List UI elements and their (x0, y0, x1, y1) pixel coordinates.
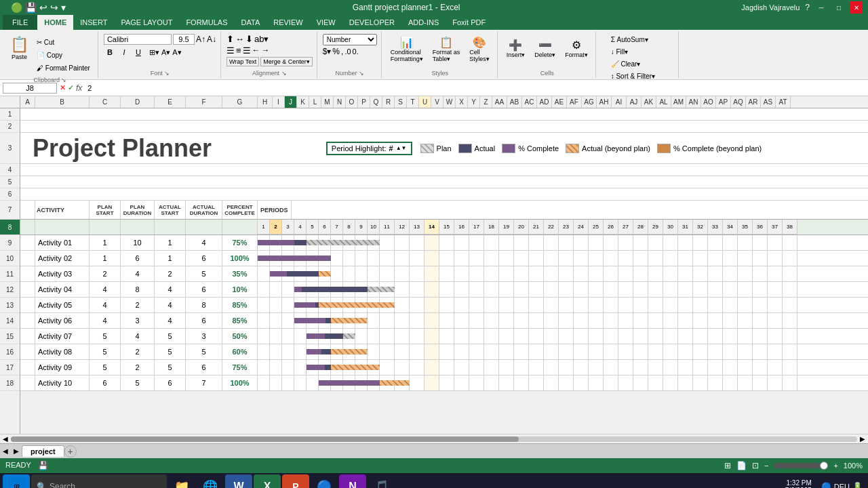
col-E[interactable]: E (155, 96, 186, 108)
row-13[interactable]: 13 (0, 298, 20, 313)
view-page-break-btn[interactable]: ⊡ (752, 461, 759, 470)
wrap-text-btn[interactable]: Wrap Text (226, 57, 259, 66)
taskbar-app9[interactable]: 🎵 (368, 474, 395, 488)
taskbar-search[interactable]: 🔍Search (31, 474, 167, 488)
view-page-layout-btn[interactable]: 📄 (736, 461, 747, 470)
zoom-slider-thumb[interactable] (820, 462, 828, 470)
cell-styles-btn[interactable]: 🎨CellStyles▾ (466, 34, 493, 64)
comma-btn[interactable]: , (341, 47, 343, 56)
col-AS[interactable]: AS (761, 96, 776, 108)
col-B[interactable]: B (35, 96, 90, 108)
col-AQ[interactable]: AQ (731, 96, 746, 108)
col-AJ[interactable]: AJ (627, 96, 642, 108)
col-T[interactable]: T (407, 96, 419, 108)
col-V[interactable]: V (431, 96, 443, 108)
increase-decimal-btn[interactable]: .0 (344, 47, 351, 56)
col-A[interactable]: A (20, 96, 35, 108)
bluetooth-icon[interactable]: 🔵 (821, 482, 831, 488)
taskbar-edge[interactable]: 🌐 (197, 474, 224, 488)
decrease-font-btn[interactable]: A↓ (207, 35, 216, 44)
border-button[interactable]: ⊞▾ (149, 48, 159, 57)
col-L[interactable]: L (309, 96, 321, 108)
col-F[interactable]: F (186, 96, 222, 108)
currency-btn[interactable]: $▾ (323, 47, 332, 56)
confirm-formula-btn[interactable]: ✓ (68, 83, 74, 93)
cut-button[interactable]: ✂ Cut (33, 37, 94, 48)
tab-page-layout[interactable]: PAGE LAYOUT (114, 15, 179, 30)
format-painter-button[interactable]: 🖌 Format Painter (33, 62, 94, 74)
fill-color-button[interactable]: A▾ (161, 48, 170, 57)
row-6[interactable]: 6 (0, 188, 20, 201)
row-2[interactable]: 2 (0, 121, 20, 133)
redo-icon[interactable]: ↪ (50, 2, 58, 13)
paste-button[interactable]: 📋 Paste (7, 34, 32, 62)
tab-formulas[interactable]: FORMULAS (179, 15, 234, 30)
col-G[interactable]: G (222, 96, 258, 108)
help-icon[interactable]: ? (805, 3, 810, 12)
taskbar-onenote[interactable]: N (339, 474, 366, 488)
bold-button[interactable]: B (104, 46, 116, 58)
col-N[interactable]: N (334, 96, 346, 108)
taskbar-file-explorer[interactable]: 📁 (168, 474, 195, 488)
col-AR[interactable]: AR (746, 96, 761, 108)
col-AB[interactable]: AB (507, 96, 522, 108)
taskbar-powerpoint[interactable]: P (282, 474, 309, 488)
col-AK[interactable]: AK (642, 96, 656, 108)
font-name-input[interactable] (104, 34, 172, 45)
scroll-thumb[interactable] (11, 436, 519, 442)
align-mid-btn[interactable]: ↔ (235, 34, 244, 44)
align-top-btn[interactable]: ⬆ (226, 34, 234, 44)
col-AT[interactable]: AT (776, 96, 791, 108)
col-Q[interactable]: Q (370, 96, 382, 108)
col-J[interactable]: J (285, 96, 297, 108)
number-format-select[interactable]: Number General Currency Percentage (323, 34, 377, 45)
col-AH[interactable]: AH (597, 96, 612, 108)
col-U[interactable]: U (419, 96, 431, 108)
col-AA[interactable]: AA (492, 96, 507, 108)
autosum-btn[interactable]: Σ AutoSum▾ (608, 34, 652, 45)
col-P[interactable]: P (358, 96, 370, 108)
format-as-table-btn[interactable]: 📋Format asTable▾ (429, 34, 464, 64)
tab-view[interactable]: VIEW (310, 15, 342, 30)
font-color-button[interactable]: A▾ (172, 48, 181, 57)
italic-button[interactable]: I (118, 46, 130, 58)
col-AI[interactable]: AI (612, 96, 627, 108)
fill-btn[interactable]: ↓ Fill▾ (608, 46, 632, 58)
row-3[interactable]: 3 (0, 133, 20, 164)
underline-button[interactable]: U (132, 46, 144, 58)
col-X[interactable]: X (456, 96, 468, 108)
col-R[interactable]: R (382, 96, 395, 108)
add-sheet-btn[interactable]: + (64, 445, 77, 458)
row-14[interactable]: 14 (0, 313, 20, 329)
delete-btn[interactable]: ➖Delete▾ (531, 34, 559, 62)
taskbar-word[interactable]: W (225, 474, 252, 488)
horizontal-scrollbar[interactable]: ◀ ▶ (0, 434, 868, 443)
cancel-formula-btn[interactable]: ✕ (60, 83, 66, 93)
sheet-tab-project[interactable]: project (22, 445, 64, 457)
tab-data[interactable]: DATA (235, 15, 267, 30)
zoom-out-btn[interactable]: − (764, 462, 768, 470)
tab-foxit[interactable]: Foxit PDF (446, 15, 492, 30)
scroll-right-btn[interactable]: ▶ (860, 435, 865, 443)
row-7[interactable]: 7 (0, 201, 20, 220)
increase-font-btn[interactable]: A↑ (196, 35, 205, 44)
row-11[interactable]: 11 (0, 266, 20, 282)
col-Z[interactable]: Z (480, 96, 492, 108)
save-icon[interactable]: 💾 (25, 2, 37, 13)
percent-btn[interactable]: % (332, 47, 340, 56)
col-AP[interactable]: AP (716, 96, 731, 108)
view-normal-btn[interactable]: ⊞ (724, 461, 731, 470)
clear-btn[interactable]: 🧹 Clear▾ (608, 58, 644, 70)
insert-btn[interactable]: ➕Insert▾ (503, 34, 529, 62)
col-S[interactable]: S (395, 96, 407, 108)
col-H[interactable]: H (258, 96, 273, 108)
merge-center-btn[interactable]: Merge & Center▾ (260, 57, 313, 66)
row-1[interactable]: 1 (0, 108, 20, 121)
col-M[interactable]: M (321, 96, 334, 108)
period-highlight-spinner[interactable]: ▲▼ (396, 145, 407, 151)
tab-home[interactable]: HOME (37, 15, 73, 30)
row-4[interactable]: 4 (0, 164, 20, 176)
align-left-btn[interactable]: ☰ (226, 45, 235, 56)
insert-function-btn[interactable]: fx (76, 83, 82, 93)
font-size-input[interactable] (173, 34, 195, 45)
